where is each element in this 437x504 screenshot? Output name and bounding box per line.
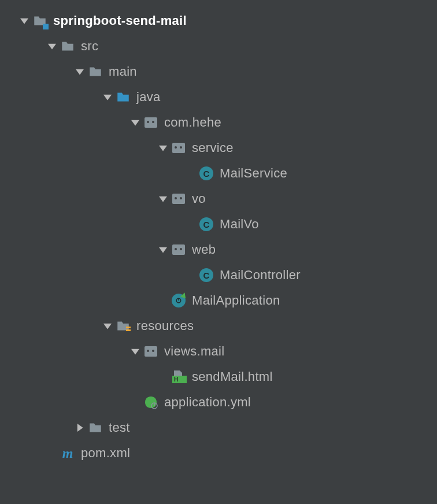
chevron-down-icon[interactable]	[155, 144, 171, 152]
tree-item-pom-xml[interactable]: m pom.xml	[0, 440, 437, 466]
tree-item-label: pom.xml	[81, 446, 130, 461]
folder-icon	[60, 39, 75, 54]
tree-item-label: MailController	[220, 268, 301, 283]
chevron-down-icon[interactable]	[72, 68, 88, 76]
folder-icon	[88, 64, 103, 79]
tree-item-vo[interactable]: vo	[0, 186, 437, 212]
tree-item-label: MailVo	[220, 217, 259, 232]
chevron-down-icon[interactable]	[44, 42, 60, 50]
java-class-icon: C	[199, 268, 214, 283]
chevron-down-icon[interactable]	[155, 195, 171, 203]
folder-icon	[88, 420, 103, 435]
tree-item-label: application.yml	[164, 395, 251, 410]
tree-item-label: vo	[192, 191, 206, 206]
chevron-down-icon[interactable]	[155, 246, 171, 254]
tree-item-package[interactable]: com.hehe	[0, 110, 437, 135]
tree-item-views-mail[interactable]: views.mail	[0, 339, 437, 364]
tree-item-label: resources	[136, 318, 194, 333]
package-icon	[171, 242, 186, 257]
tree-item-main[interactable]: main	[0, 59, 437, 84]
java-class-icon: C	[199, 166, 214, 181]
tree-item-application-yml[interactable]: application.yml	[0, 390, 437, 415]
chevron-right-icon[interactable]	[72, 424, 88, 432]
tree-item-label: MailService	[220, 166, 287, 181]
package-icon	[171, 140, 186, 155]
tree-item-mail-vo[interactable]: C MailVo	[0, 212, 437, 237]
html-file-icon	[171, 369, 186, 384]
tree-item-web[interactable]: web	[0, 237, 437, 262]
tree-item-test[interactable]: test	[0, 415, 437, 440]
tree-item-label: springboot-send-mail	[53, 13, 187, 28]
maven-icon: m	[60, 446, 75, 461]
tree-item-label: views.mail	[164, 344, 224, 359]
java-class-icon: C	[199, 217, 214, 232]
chevron-down-icon[interactable]	[16, 17, 32, 25]
tree-item-mail-service[interactable]: C MailService	[0, 161, 437, 186]
project-tree: springboot-send-mail src main java	[0, 8, 437, 466]
tree-item-label: src	[81, 39, 98, 54]
package-icon	[143, 344, 158, 359]
spring-config-icon	[143, 395, 158, 410]
tree-item-mail-controller[interactable]: C MailController	[0, 262, 437, 288]
chevron-down-icon[interactable]	[99, 93, 116, 101]
spring-boot-app-icon	[171, 293, 186, 308]
tree-item-label: web	[192, 242, 216, 257]
tree-item-label: MailApplication	[192, 293, 280, 308]
tree-item-root[interactable]: springboot-send-mail	[0, 8, 437, 34]
tree-item-send-mail-html[interactable]: sendMail.html	[0, 364, 437, 390]
source-folder-icon	[116, 90, 131, 105]
tree-item-label: java	[136, 90, 161, 105]
package-icon	[143, 115, 158, 130]
tree-item-src[interactable]: src	[0, 34, 437, 59]
module-folder-icon	[32, 13, 47, 28]
tree-item-resources[interactable]: resources	[0, 313, 437, 339]
package-icon	[171, 191, 186, 206]
tree-item-label: sendMail.html	[192, 369, 273, 384]
tree-item-service[interactable]: service	[0, 135, 437, 161]
chevron-down-icon[interactable]	[127, 347, 143, 355]
tree-item-label: service	[192, 140, 234, 155]
chevron-down-icon[interactable]	[127, 118, 143, 127]
tree-item-java[interactable]: java	[0, 84, 437, 110]
resources-folder-icon	[116, 318, 131, 333]
tree-item-label: test	[109, 420, 130, 435]
tree-item-label: main	[109, 64, 137, 79]
chevron-down-icon[interactable]	[99, 322, 116, 330]
tree-item-mail-application[interactable]: MailApplication	[0, 288, 437, 313]
tree-item-label: com.hehe	[164, 115, 221, 130]
